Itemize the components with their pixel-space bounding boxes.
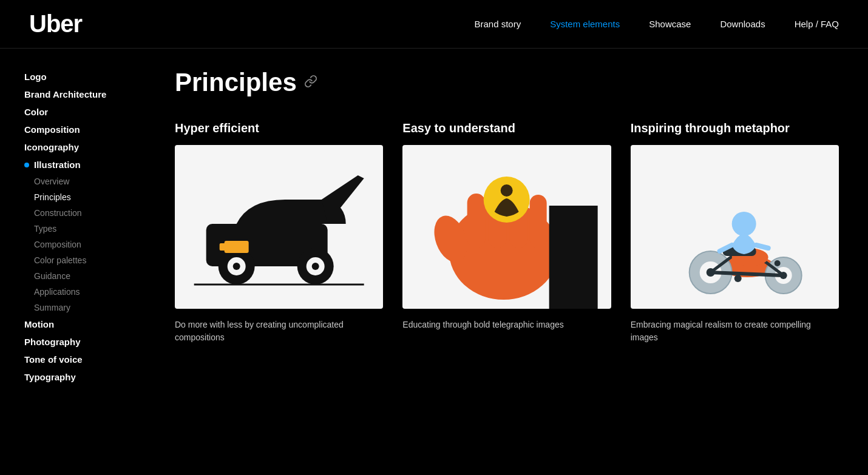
sidebar-item-brand-architecture[interactable]: Brand Architecture: [24, 86, 146, 103]
active-indicator: [24, 163, 29, 167]
sidebar-item-photography[interactable]: Photography: [24, 333, 146, 351]
sidebar-sub-principles[interactable]: Principles: [24, 189, 146, 205]
link-icon[interactable]: [304, 75, 317, 91]
nav-help-faq[interactable]: Help / FAQ: [795, 19, 839, 29]
sidebar-item-illustration[interactable]: Illustration: [24, 156, 146, 173]
sidebar-item-composition[interactable]: Composition: [24, 121, 146, 138]
sidebar-item-motion[interactable]: Motion: [24, 315, 146, 333]
svg-point-19: [501, 184, 513, 197]
card-desc-0: Do more with less by creating uncomplica…: [175, 318, 383, 344]
svg-point-34: [731, 212, 756, 236]
card-hyper-efficient: Hyper efficient: [175, 121, 383, 344]
card-easy-understand: Easy to understand: [402, 121, 611, 344]
sidebar-sub-types[interactable]: Types: [24, 221, 146, 237]
card-desc-1: Educating through bold telegraphic image…: [402, 318, 611, 331]
uber-logo: Uber: [29, 10, 82, 38]
sidebar: Logo Brand Architecture Color Compositio…: [0, 49, 146, 408]
svg-point-4: [233, 263, 240, 270]
card-title-1: Easy to understand: [402, 121, 611, 135]
sidebar-item-logo[interactable]: Logo: [24, 68, 146, 86]
page-title-row: Principles: [175, 68, 839, 97]
card-title-2: Inspiring through metaphor: [631, 121, 839, 135]
svg-point-37: [734, 275, 741, 282]
svg-rect-10: [220, 243, 226, 251]
svg-line-36: [756, 245, 768, 248]
sidebar-item-tone-of-voice[interactable]: Tone of voice: [24, 351, 146, 368]
nav-brand-story[interactable]: Brand story: [474, 19, 521, 29]
page-title: Principles: [175, 68, 297, 97]
card-image-0: [175, 145, 383, 309]
card-inspiring-metaphor: Inspiring through metaphor: [631, 121, 839, 344]
card-desc-2: Embracing magical realism to create comp…: [631, 318, 839, 344]
cards-grid: Hyper efficient: [175, 121, 839, 344]
sidebar-sub-guidance[interactable]: Guidance: [24, 268, 146, 284]
nav-downloads[interactable]: Downloads: [720, 19, 765, 29]
card-image-2: [631, 145, 839, 309]
main-nav: Brand story System elements Showcase Dow…: [474, 19, 839, 29]
sidebar-sub-composition[interactable]: Composition: [24, 237, 146, 252]
svg-point-38: [774, 260, 780, 266]
sidebar-item-color[interactable]: Color: [24, 103, 146, 121]
sidebar-sub-color-palettes[interactable]: Color palettes: [24, 252, 146, 268]
nav-showcase[interactable]: Showcase: [649, 19, 691, 29]
svg-rect-17: [530, 195, 547, 248]
sidebar-item-typography[interactable]: Typography: [24, 368, 146, 386]
sidebar-item-iconography[interactable]: Iconography: [24, 138, 146, 156]
svg-rect-9: [225, 241, 249, 253]
sidebar-sub-summary[interactable]: Summary: [24, 300, 146, 315]
card-title-0: Hyper efficient: [175, 121, 383, 135]
sidebar-sub-applications[interactable]: Applications: [24, 284, 146, 300]
svg-point-7: [312, 263, 319, 270]
sidebar-sub-construction[interactable]: Construction: [24, 205, 146, 221]
main-content: Principles Hyper efficient: [146, 49, 868, 408]
card-image-1: [402, 145, 611, 309]
nav-system-elements[interactable]: System elements: [550, 19, 620, 29]
svg-rect-20: [549, 206, 598, 309]
svg-rect-14: [467, 194, 486, 248]
sidebar-sub-overview[interactable]: Overview: [24, 173, 146, 189]
